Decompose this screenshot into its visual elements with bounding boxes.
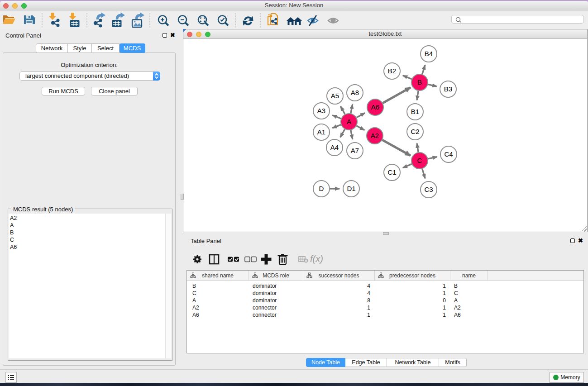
svg-text:C4: C4 (444, 150, 453, 158)
svg-text:C3: C3 (424, 186, 433, 193)
svg-text:C1: C1 (387, 168, 396, 176)
svg-text:A7: A7 (351, 147, 359, 154)
svg-text:B4: B4 (425, 50, 433, 57)
svg-text:B3: B3 (444, 85, 452, 93)
svg-text:A3: A3 (317, 107, 325, 114)
svg-text:C: C (417, 157, 422, 164)
svg-text:B2: B2 (388, 67, 396, 75)
svg-text:A5: A5 (331, 92, 339, 100)
svg-text:A4: A4 (330, 143, 339, 151)
svg-text:D1: D1 (347, 185, 355, 192)
svg-text:A: A (347, 118, 351, 125)
svg-text:A1: A1 (317, 128, 325, 136)
svg-text:A6: A6 (371, 103, 379, 111)
svg-text:f(x): f(x) (310, 254, 323, 264)
svg-text:B: B (417, 78, 422, 86)
svg-text:B1: B1 (411, 108, 419, 115)
svg-text:A8: A8 (351, 89, 359, 96)
svg-text:A2: A2 (371, 132, 379, 139)
svg-text:D: D (319, 185, 324, 192)
svg-text:C2: C2 (411, 128, 419, 135)
